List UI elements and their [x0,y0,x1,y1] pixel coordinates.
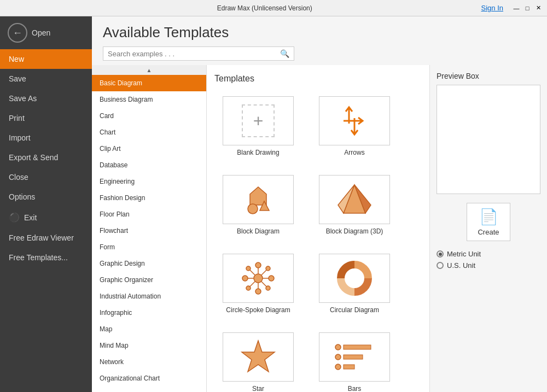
preview-label: Preview Box [437,72,540,80]
category-item-fashion-design[interactable]: Fashion Design [92,190,206,206]
svg-point-23 [349,273,360,284]
sidebar-item-close[interactable]: Close [0,167,92,187]
svg-point-6 [254,274,263,283]
minimize-button[interactable]: — [512,4,521,13]
sidebar-item-import[interactable]: Import [0,128,92,148]
svg-point-21 [266,266,270,271]
template-block-diagram-3d[interactable]: Block Diagram (3D) [311,170,398,240]
svg-point-17 [242,276,248,281]
category-item-clip-art[interactable]: Clip Art [92,141,206,157]
category-item-project-management[interactable]: Project Management [92,387,206,392]
sidebar-item-free-viewer[interactable]: Free Edraw Viewer [0,228,92,248]
create-file-icon: 📄 [479,208,498,226]
sidebar-item-export[interactable]: Export & Send [0,148,92,167]
star-icon-box [223,332,294,382]
metric-radio[interactable] [437,250,444,258]
category-item-flowchart[interactable]: Flowchart [92,223,206,239]
category-item-graphic-organizer[interactable]: Graphic Organizer [92,272,206,288]
svg-point-29 [335,364,341,370]
template-blank-drawing[interactable]: + Blank Drawing [214,91,302,161]
sidebar-item-free-templates[interactable]: Free Templates... [0,248,92,267]
sidebar-item-save[interactable]: Save [0,69,92,89]
search-icon[interactable]: 🔍 [280,49,289,58]
window-controls: — □ ✕ [512,4,543,13]
category-item-chart[interactable]: Chart [92,124,206,141]
template-circular-diagram[interactable]: Circular Diagram [311,249,398,319]
template-star[interactable]: Star [214,327,302,392]
open-label: Open [32,28,50,37]
svg-point-27 [335,354,341,360]
category-scroll-up[interactable]: ▲ [92,65,206,75]
block-diagram-3d-icon [335,180,374,219]
search-input[interactable] [108,50,280,58]
category-item-database[interactable]: Database [92,157,206,173]
blank-drawing-label: Blank Drawing [237,149,279,156]
main-container: ← Open New Save Save As Print Import Exp… [0,16,547,392]
sidebar-item-new[interactable]: New [0,49,92,69]
category-item-mind-map[interactable]: Mind Map [92,337,206,354]
bars-label: Bars [348,385,362,392]
block-diagram-label: Block Diagram [237,227,280,235]
svg-line-11 [249,270,255,275]
svg-rect-30 [344,365,354,369]
category-item-basic-diagram[interactable]: Basic Diagram [92,75,206,91]
category-item-map[interactable]: Map [92,321,206,337]
templates-panel: Templates + Blank Drawing [207,65,429,392]
category-item-infographic[interactable]: Infographic [92,305,206,321]
svg-point-22 [246,286,251,290]
template-circle-spoke[interactable]: Circle-Spoke Diagram [214,249,302,319]
close-window-button[interactable]: ✕ [534,4,543,13]
svg-rect-26 [344,345,371,349]
circular-diagram-icon-box [319,254,390,303]
metric-unit-option[interactable]: Metric Unit [437,250,540,258]
category-item-floor-plan[interactable]: Floor Plan [92,206,206,223]
us-radio[interactable] [437,262,444,269]
category-item-industrial-automation[interactable]: Industrial Automation [92,288,206,305]
svg-point-15 [255,262,261,268]
category-item-graphic-design[interactable]: Graphic Design [92,255,206,272]
block-diagram-3d-icon-box [319,175,390,224]
body-split: ▲ Basic Diagram Business Diagram Card Ch… [92,65,547,392]
category-item-org-chart[interactable]: Organizational Chart [92,370,206,387]
sidebar-item-print[interactable]: Print [0,108,92,128]
svg-point-16 [255,289,261,294]
block-diagram-3d-label: Block Diagram (3D) [326,227,383,235]
category-item-business-diagram[interactable]: Business Diagram [92,91,206,108]
back-button[interactable]: ← [8,23,27,43]
create-btn-wrap: 📄 Create [437,203,540,241]
block-diagram-icon-box [223,175,294,224]
us-unit-label: U.S. Unit [447,261,475,270]
svg-rect-28 [344,355,363,359]
category-item-card[interactable]: Card [92,108,206,124]
arrows-label: Arrows [344,149,364,156]
svg-point-1 [248,204,258,214]
template-arrows[interactable]: Arrows [311,91,398,161]
star-icon [239,338,277,376]
title-bar: Edraw Max (Unlicensed Version) Sign In —… [0,0,547,16]
arrows-icon-box [319,96,390,145]
bars-icon-box [319,332,390,382]
svg-line-14 [249,282,255,287]
preview-box [437,85,540,194]
sign-in-button[interactable]: Sign In [481,4,503,12]
maximize-button[interactable]: □ [523,4,532,13]
sidebar-item-save-as[interactable]: Save As [0,89,92,108]
blank-drawing-icon-box: + [223,96,294,145]
sidebar-item-exit[interactable]: ⚫ Exit [0,207,92,228]
us-unit-option[interactable]: U.S. Unit [437,261,540,270]
svg-marker-24 [242,341,275,372]
templates-header: Templates [212,71,424,89]
app-title: Edraw Max (Unlicensed Version) [48,4,481,12]
sidebar-item-options[interactable]: Options [0,187,92,207]
circular-diagram-icon [335,259,374,297]
template-block-diagram[interactable]: Block Diagram [214,170,302,240]
category-item-form[interactable]: Form [92,239,206,255]
category-panel: ▲ Basic Diagram Business Diagram Card Ch… [92,65,207,392]
create-button[interactable]: 📄 Create [467,203,510,241]
arrows-icon [338,102,371,140]
star-label: Star [252,385,264,392]
template-bars[interactable]: Bars [311,327,398,392]
block-diagram-icon [239,180,277,219]
category-item-engineering[interactable]: Engineering [92,173,206,190]
category-item-network[interactable]: Network [92,354,206,370]
